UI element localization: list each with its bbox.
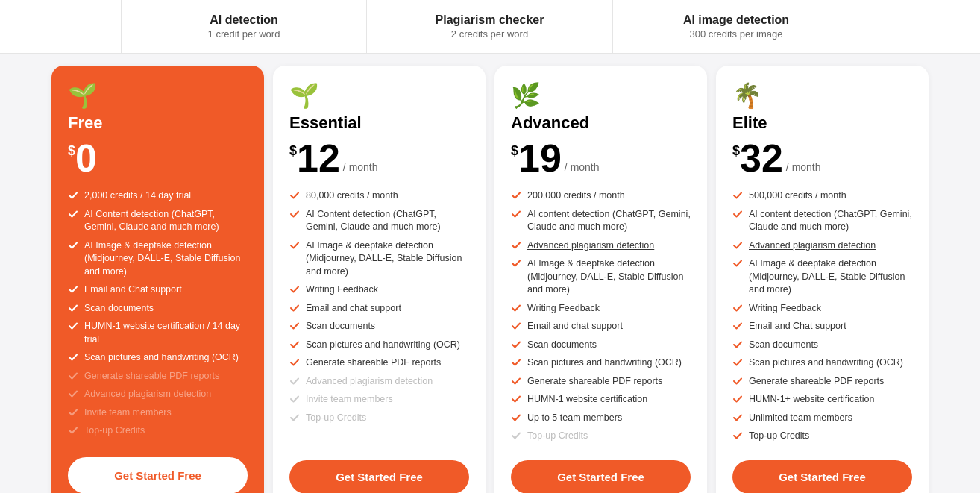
check-icon <box>511 303 521 313</box>
feature-item: Up to 5 team members <box>511 412 691 425</box>
tab-subtitle: 2 credits per word <box>382 28 597 40</box>
feature-item: AI Content detection (ChatGPT, Gemini, C… <box>68 208 248 234</box>
feature-text: Writing Feedback <box>749 302 821 315</box>
features-list: 500,000 credits / month AI content detec… <box>732 189 912 448</box>
check-icon <box>511 394 521 404</box>
feature-text: AI content detection (ChatGPT, Gemini, C… <box>527 208 691 234</box>
feature-text: Top-up Credits <box>749 430 809 443</box>
feature-item: Scan pictures and handwriting (OCR) <box>289 339 469 352</box>
feature-text: 200,000 credits / month <box>527 189 625 203</box>
feature-text: Generate shareable PDF reports <box>84 370 219 383</box>
feature-tabs: AI detection 1 credit per word Plagiaris… <box>0 0 980 54</box>
features-list: 200,000 credits / month AI content detec… <box>511 189 691 448</box>
tab-subtitle: 1 credit per word <box>136 28 351 40</box>
feature-item: Scan documents <box>68 302 248 315</box>
feature-text: Invite team members <box>84 406 172 420</box>
feature-text: Invite team members <box>306 393 393 406</box>
features-list: 80,000 credits / month AI Content detect… <box>289 189 469 448</box>
check-icon <box>289 394 300 404</box>
check-icon <box>68 407 78 418</box>
feature-item: HUMN-1 website certification / 14 day tr… <box>68 320 248 346</box>
feature-text: AI Image & deepfake detection (Midjourne… <box>306 239 469 279</box>
check-icon <box>511 357 521 368</box>
feature-item: Advanced plagiarism detection <box>289 375 469 389</box>
feature-item: 500,000 credits / month <box>732 189 912 203</box>
feature-item: Generate shareable PDF reports <box>289 357 469 370</box>
feature-item: 80,000 credits / month <box>289 189 469 203</box>
tab-plagiarism[interactable]: Plagiarism checker 2 credits per word <box>367 0 613 53</box>
feature-text: Advanced plagiarism detection <box>306 375 433 389</box>
check-icon <box>511 190 521 201</box>
feature-text: Email and Chat support <box>749 320 846 333</box>
feature-text: Email and chat support <box>306 302 401 315</box>
check-icon <box>511 209 521 219</box>
check-icon <box>289 284 300 295</box>
feature-text: Scan documents <box>527 339 597 352</box>
tab-title: AI detection <box>136 13 351 27</box>
check-icon <box>732 376 743 386</box>
feature-item: HUMN-1 website certification <box>511 393 691 406</box>
feature-text: Advanced plagiarism detection <box>749 239 876 253</box>
plan-card-essential: 🌱Essential$12/ month 80,000 credits / mo… <box>273 66 486 493</box>
feature-item: Advanced plagiarism detection <box>732 239 912 253</box>
features-list: 2,000 credits / 14 day trial AI Content … <box>68 189 248 445</box>
feature-text: Scan pictures and handwriting (OCR) <box>749 357 903 370</box>
plan-name: Elite <box>732 113 912 133</box>
plan-name: Essential <box>289 113 469 133</box>
price-period: / month <box>565 161 600 173</box>
price-period: / month <box>343 161 378 173</box>
tab-subtitle: 300 credits per image <box>628 28 844 40</box>
feature-item: Writing Feedback <box>289 283 469 297</box>
check-icon <box>68 352 78 362</box>
feature-text: 80,000 credits / month <box>306 189 398 203</box>
feature-item: Writing Feedback <box>732 302 912 315</box>
price-symbol: $ <box>732 143 740 159</box>
feature-text: Advanced plagiarism detection <box>527 239 654 253</box>
check-icon <box>732 430 743 441</box>
check-icon <box>68 209 78 219</box>
feature-text: Email and chat support <box>527 320 623 333</box>
check-icon <box>68 371 78 381</box>
check-icon <box>511 240 521 251</box>
check-icon <box>732 190 743 201</box>
feature-item: Top-up Credits <box>289 412 469 425</box>
feature-text: Scan pictures and handwriting (OCR) <box>306 339 460 352</box>
tab-ai-detection[interactable]: AI detection 1 credit per word <box>121 0 367 53</box>
plan-card-elite: 🌴Elite$32/ month 500,000 credits / month… <box>716 66 929 493</box>
check-icon <box>289 240 300 251</box>
check-icon <box>289 190 300 201</box>
plan-price: $32/ month <box>732 139 912 178</box>
price-symbol: $ <box>289 143 297 159</box>
plan-price: $0 <box>68 139 248 178</box>
feature-item: 200,000 credits / month <box>511 189 691 203</box>
plan-icon: 🌴 <box>732 84 912 107</box>
feature-text: AI Image & deepfake detection (Midjourne… <box>749 257 912 297</box>
feature-item: AI Image & deepfake detection (Midjourne… <box>511 257 691 297</box>
check-icon <box>511 339 521 350</box>
feature-item: AI Image & deepfake detection (Midjourne… <box>68 239 248 279</box>
feature-text: AI Content detection (ChatGPT, Gemini, C… <box>306 208 469 234</box>
plan-card-free: 🌱Free$0 2,000 credits / 14 day trial AI … <box>51 66 264 493</box>
feature-item: 2,000 credits / 14 day trial <box>68 189 248 203</box>
cta-button-elite[interactable]: Get Started Free <box>732 460 912 494</box>
feature-item: Scan pictures and handwriting (OCR) <box>511 357 691 370</box>
feature-item: Email and chat support <box>289 302 469 315</box>
check-icon <box>732 357 743 368</box>
price-amount: 0 <box>75 139 97 178</box>
feature-text: Scan pictures and handwriting (OCR) <box>527 357 682 370</box>
check-icon <box>511 412 521 423</box>
feature-item: Invite team members <box>289 393 469 406</box>
tab-ai-image[interactable]: AI image detection 300 credits per image <box>613 0 859 53</box>
feature-text: Generate shareable PDF reports <box>527 375 662 389</box>
price-symbol: $ <box>68 143 75 159</box>
price-amount: 12 <box>297 139 340 178</box>
cta-button-free[interactable]: Get Started Free <box>68 457 248 494</box>
cta-button-advanced[interactable]: Get Started Free <box>511 460 691 494</box>
price-amount: 32 <box>740 139 783 178</box>
check-icon <box>68 240 78 251</box>
cta-button-essential[interactable]: Get Started Free <box>289 460 469 494</box>
feature-item: Generate shareable PDF reports <box>68 370 248 383</box>
feature-item: Unlimited team members <box>732 412 912 425</box>
feature-item: AI content detection (ChatGPT, Gemini, C… <box>511 208 691 234</box>
check-icon <box>732 321 743 331</box>
